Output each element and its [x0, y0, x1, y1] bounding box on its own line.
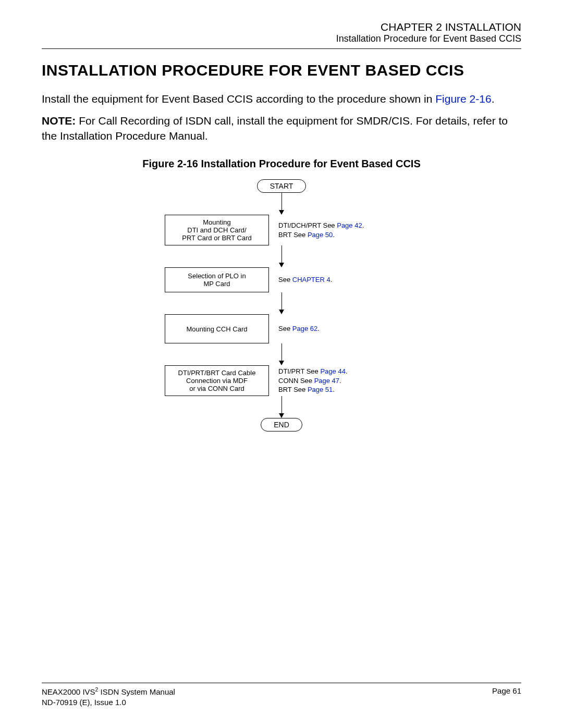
flow-step-plo: Selection of PLO in MP Card: [165, 267, 269, 292]
note-text: For Call Recording of ISDN call, install…: [42, 115, 508, 141]
flow-start: START: [257, 179, 307, 193]
flow-step-cable: DTI/PRT/BRT Card Cable Connection via MD…: [165, 365, 269, 396]
footer-rule: [42, 683, 521, 683]
page-header: CHAPTER 2 INSTALLATION Installation Proc…: [42, 21, 521, 44]
flow-step3-note: See Page 62.: [278, 324, 398, 334]
flow-step2-note: See CHAPTER 4.: [278, 275, 398, 285]
figure-caption: Figure 2-16 Installation Procedure for E…: [42, 158, 521, 170]
page-link[interactable]: Page 44: [320, 367, 345, 375]
flow-step-mounting-dti: Mounting DTI and DCH Card/ PRT Card or B…: [165, 215, 269, 245]
page: CHAPTER 2 INSTALLATION Installation Proc…: [0, 0, 563, 728]
intro-text: Install the equipment for Event Based CC…: [42, 93, 435, 105]
page-link[interactable]: Page 51: [308, 386, 333, 393]
arrow-icon: [279, 343, 284, 365]
arrow-icon: [279, 193, 284, 215]
arrow-icon: [279, 396, 284, 418]
page-link[interactable]: Page 42: [337, 221, 362, 229]
arrow-icon: [279, 292, 284, 314]
flow-step-cch: Mounting CCH Card: [165, 314, 269, 343]
page-number: Page 61: [492, 686, 521, 707]
note-label: NOTE:: [42, 115, 76, 127]
intro-text-after: .: [492, 93, 495, 105]
flow-step4-note: DTI/PRT See Page 44. CONN See Page 47. B…: [278, 367, 398, 394]
chapter-line: CHAPTER 2 INSTALLATION: [42, 21, 521, 33]
flow-end: END: [261, 418, 302, 431]
page-footer: NEAX2000 IVS2 ISDN System Manual ND-7091…: [42, 683, 521, 707]
note-paragraph: NOTE: For Call Recording of ISDN call, i…: [42, 114, 521, 143]
chapter-link[interactable]: CHAPTER 4: [292, 276, 331, 283]
page-link[interactable]: Page 50: [308, 231, 333, 239]
page-link[interactable]: Page 62: [292, 325, 317, 332]
header-rule: [42, 48, 521, 49]
flow-step1-note: DTI/DCH/PRT See Page 42. BRT See Page 50…: [278, 221, 398, 239]
flowchart: START Mounting DTI and DCH Card/ PRT Car…: [42, 179, 521, 431]
page-link[interactable]: Page 47: [314, 377, 339, 385]
intro-paragraph: Install the equipment for Event Based CC…: [42, 92, 521, 106]
footer-left: NEAX2000 IVS2 ISDN System Manual ND-7091…: [42, 686, 175, 707]
arrow-icon: [279, 245, 284, 267]
header-subtitle: Installation Procedure for Event Based C…: [42, 33, 521, 44]
section-title: INSTALLATION PROCEDURE FOR EVENT BASED C…: [42, 61, 521, 79]
figure-link[interactable]: Figure 2-16: [435, 93, 491, 105]
